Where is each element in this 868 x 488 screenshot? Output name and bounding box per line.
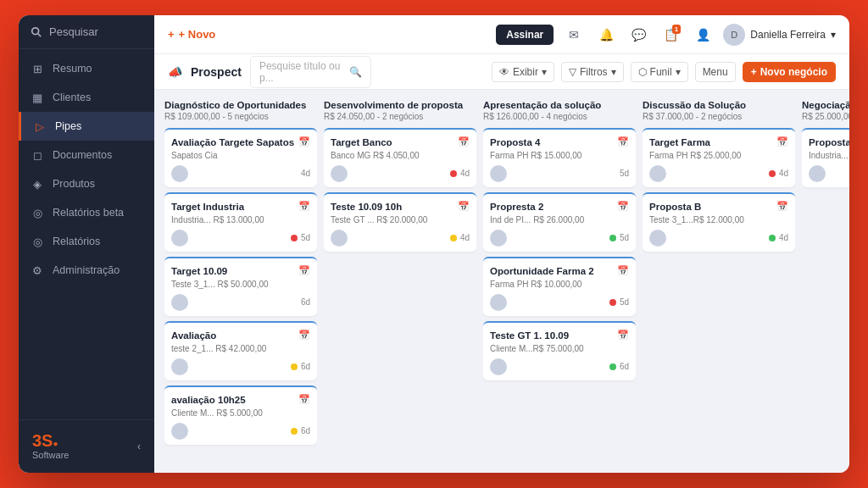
prospect-title: Prospect: [191, 65, 242, 79]
calendar-icon: 📅: [458, 201, 470, 212]
card-indicators: 4d: [769, 169, 788, 178]
kanban-card[interactable]: Avaliação 📅 teste 2_1... R$ 42.000,00 6d: [164, 321, 317, 380]
kanban-card[interactable]: Propresta 2 📅 Ind de PI... R$ 26.000,00 …: [483, 192, 636, 252]
sidebar-item-documentos[interactable]: ◻ Documentos: [19, 141, 154, 169]
card-name: avaliação 10h25: [171, 394, 298, 407]
calendar-icon: 📅: [298, 201, 310, 212]
novo-negocio-button[interactable]: + Novo negócio: [743, 62, 836, 82]
cards-desenvolvimento: Target Banco 📅 Banco MG R$ 4.050,00 4d T…: [324, 128, 476, 473]
resumo-icon: ⊞: [31, 62, 44, 75]
card-name: Teste 10.09 10h: [331, 201, 458, 214]
collapse-icon[interactable]: ‹: [137, 441, 141, 452]
card-name: Target Farma: [649, 136, 776, 149]
kanban-card[interactable]: Teste 10.09 10h 📅 Teste GT ... R$ 20.000…: [324, 192, 476, 252]
filtros-button[interactable]: ▽ Filtros ▾: [561, 62, 624, 82]
card-indicators: 4d: [769, 233, 788, 242]
card-days: 6d: [301, 426, 310, 435]
card-avatar: [171, 294, 188, 311]
card-days: 5d: [620, 169, 629, 178]
menu-button[interactable]: Menu: [695, 62, 736, 82]
kanban-card[interactable]: Oportunidade Farma 2 📅 Farma PH R$ 10.00…: [483, 257, 636, 316]
card-subtitle: Teste GT ... R$ 20.000,00: [331, 215, 470, 225]
green-dot: [609, 363, 616, 370]
card-indicators: 6d: [301, 297, 310, 307]
card-subtitle: Industria... R$ 13.000,00: [171, 215, 310, 225]
documentos-icon: ◻: [31, 148, 44, 162]
card-top: Oportunidade Farma 2 📅: [490, 265, 629, 278]
card-subtitle: Cliente M...R$ 75.000,00: [490, 344, 629, 353]
col-header-apresentacao: Apresentação da solução R$ 126.000,00 - …: [483, 100, 636, 121]
card-indicators: 6d: [291, 362, 310, 371]
sidebar-item-pipes[interactable]: ▷ Pipes: [19, 112, 154, 141]
kanban-card[interactable]: Teste GT 1. 10.09 📅 Cliente M...R$ 75.00…: [483, 321, 636, 380]
assinar-button[interactable]: Assinar: [496, 25, 554, 45]
kanban-card[interactable]: Target Industria 📅 Industria... R$ 13.00…: [164, 192, 317, 252]
card-subtitle: teste 2_1... R$ 42.000,00: [171, 344, 310, 353]
card-bottom: 4d: [171, 165, 310, 182]
card-subtitle: Banco MG R$ 4.050,00: [331, 151, 470, 160]
kanban-card[interactable]: Target Banco 📅 Banco MG R$ 4.050,00 4d: [324, 128, 476, 187]
card-top: Proposta 2 📅: [809, 136, 849, 149]
card-top: Teste GT 1. 10.09 📅: [490, 330, 629, 342]
card-name: Target Industria: [171, 201, 298, 214]
calendar-icon: 📅: [617, 265, 629, 276]
sidebar-item-relatorios-beta[interactable]: ◎ Relatórios beta: [19, 198, 154, 227]
card-name: Proposta B: [649, 201, 776, 214]
col-header-diagnostico: Diagnóstico de Oportunidades R$ 109.000,…: [164, 100, 317, 121]
kanban-card[interactable]: Proposta B 📅 Teste 3_1...R$ 12.000,00 4d: [643, 192, 795, 252]
notification-icon[interactable]: 📋1: [659, 23, 682, 47]
card-days: 4d: [779, 169, 788, 178]
user-icon[interactable]: 👤: [691, 23, 715, 47]
sidebar-search[interactable]: Pesquisar: [19, 15, 154, 49]
card-bottom: 6d: [171, 358, 310, 375]
col-header-desenvolvimento: Desenvolvimento de proposta R$ 24.050,00…: [324, 100, 476, 121]
col-meta: R$ 24.050,00 - 2 negócios: [324, 112, 476, 121]
col-title: Diagnóstico de Oportunidades: [164, 100, 317, 110]
card-avatar: [490, 230, 507, 247]
card-name: Proposta 2: [809, 136, 849, 149]
cards-diagnostico: Avaliação Targete Sapatos 📅 Sapatos Cia …: [164, 128, 317, 473]
card-bottom: 5d: [490, 294, 629, 311]
sidebar-item-clientes[interactable]: ▦ Clientes: [19, 83, 154, 112]
funil-button[interactable]: ⬡ Funil ▾: [631, 62, 688, 82]
calendar-icon: 📅: [458, 136, 470, 147]
sidebar-item-relatorios[interactable]: ◎ Relatórios: [19, 227, 154, 256]
sidebar-item-administracao[interactable]: ⚙ Administração: [19, 256, 154, 285]
exibir-button[interactable]: 👁 Exibir ▾: [492, 62, 554, 82]
sidebar-item-produtos[interactable]: ◈ Produtos: [19, 169, 154, 198]
card-top: Proposta B 📅: [649, 201, 788, 214]
card-indicators: 6d: [609, 362, 629, 371]
prospect-search-input[interactable]: Pesquise título ou p... 🔍: [250, 56, 372, 88]
plus-icon: +: [751, 66, 757, 78]
yellow-dot: [450, 235, 457, 241]
calendar-icon: 📅: [298, 136, 310, 147]
svg-line-1: [38, 33, 42, 36]
prospect-bar: 📣 Prospect Pesquise título ou p... 🔍 👁 E…: [154, 54, 849, 90]
filter-icon: ▽: [569, 66, 576, 78]
kanban-board: Diagnóstico de Oportunidades R$ 109.000,…: [154, 90, 849, 473]
search-icon: 🔍: [349, 66, 362, 78]
card-subtitle: Farma PH R$ 25.000,00: [649, 151, 788, 160]
card-avatar: [490, 358, 507, 375]
sidebar-item-resumo[interactable]: ⊞ Resumo: [19, 54, 154, 83]
bell-icon[interactable]: 🔔: [594, 23, 618, 47]
chat-icon[interactable]: 💬: [626, 23, 650, 47]
user-area[interactable]: D Daniella Ferreira ▾: [723, 24, 836, 46]
kanban-card[interactable]: Target 10.09 📅 Teste 3_1... R$ 50.000,00…: [164, 257, 317, 316]
card-top: Proposta 4 📅: [490, 136, 629, 149]
kanban-card[interactable]: avaliação 10h25 📅 Cliente M... R$ 5.000,…: [164, 385, 317, 445]
email-icon[interactable]: ✉: [562, 23, 586, 47]
sidebar-item-label: Administração: [53, 264, 120, 276]
kanban-card[interactable]: Proposta 2 📅 Industria... R$ 25.000,00 4…: [802, 128, 849, 187]
novo-button[interactable]: + + Novo: [168, 28, 215, 41]
col-header-discussao: Discussão da Solução R$ 37.000,00 - 2 ne…: [643, 100, 795, 121]
kanban-card[interactable]: Avaliação Targete Sapatos 📅 Sapatos Cia …: [164, 128, 317, 187]
sidebar-item-label: Relatórios: [53, 236, 100, 247]
kanban-card[interactable]: Proposta 4 📅 Farma PH R$ 15.000,00 5d: [483, 128, 636, 187]
card-indicators: 4d: [450, 233, 470, 242]
card-subtitle: Farma PH R$ 10.000,00: [490, 280, 629, 289]
card-bottom: 4d: [331, 230, 470, 247]
kanban-card[interactable]: Target Farma 📅 Farma PH R$ 25.000,00 4d: [643, 128, 795, 187]
card-bottom: 5d: [490, 230, 629, 247]
funnel-icon: ⬡: [638, 66, 647, 78]
